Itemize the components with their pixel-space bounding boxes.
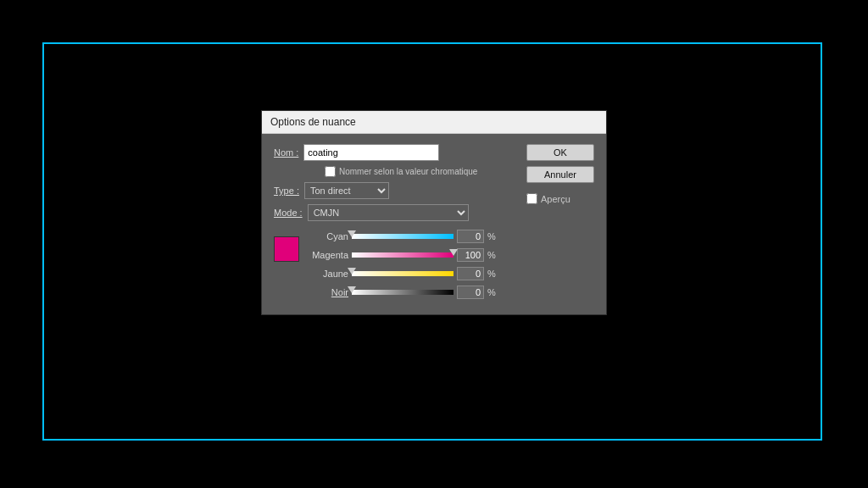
apercu-label: Aperçu [541,194,570,204]
magenta-label: Magenta [306,250,348,260]
nommer-label: Nommer selon la valeur chromatique [339,167,477,176]
apercu-row: Aperçu [526,193,594,204]
magenta-value[interactable] [457,248,484,262]
dialog-body: Nom : Nommer selon la valeur chromatique… [262,134,606,314]
cyan-row: Cyan % [306,230,518,243]
nom-label: Nom : [274,147,298,158]
noir-row: Noir % [306,286,518,299]
dialog-right: OK Annuler Aperçu [526,144,594,304]
dialog-titlebar: Options de nuance [262,111,606,134]
ok-button[interactable]: OK [526,144,594,161]
nom-input[interactable] [303,144,439,161]
noir-pct: % [487,287,496,297]
type-label: Type : [274,186,299,196]
noir-value[interactable] [457,286,484,299]
jaune-track [352,271,453,276]
magenta-thumb[interactable] [449,249,458,256]
apercu-checkbox[interactable] [526,193,537,204]
annuler-button[interactable]: Annuler [526,166,594,183]
dialog-title: Options de nuance [270,116,356,128]
cyan-pct: % [487,231,496,241]
type-select[interactable]: Ton direct Global [304,182,389,199]
color-swatch [274,236,299,262]
sliders-list: Cyan % Magenta % [306,230,518,304]
nommer-checkbox-row: Nommer selon la valeur chromatique [325,166,518,177]
magenta-pct: % [487,250,496,260]
type-row: Type : Ton direct Global [274,182,518,199]
mode-row: Mode : CMJN RVB Lab [274,204,518,221]
sliders-area: Cyan % Magenta % [274,230,518,304]
jaune-thumb[interactable] [348,268,356,274]
noir-label: Noir [306,287,348,297]
mode-label: Mode : [274,208,303,218]
cyan-value[interactable] [457,230,484,243]
mode-select[interactable]: CMJN RVB Lab [308,204,469,221]
noir-thumb[interactable] [348,286,356,293]
magenta-row: Magenta % [306,248,518,262]
jaune-pct: % [487,269,496,279]
dialog-left: Nom : Nommer selon la valeur chromatique… [274,144,518,304]
nom-row: Nom : [274,144,518,161]
nommer-checkbox[interactable] [325,166,336,177]
dialog-options-nuance: Options de nuance Nom : Nommer selon la … [261,110,607,315]
jaune-value[interactable] [457,267,484,280]
jaune-label: Jaune [306,269,348,279]
magenta-track [352,252,453,258]
jaune-row: Jaune % [306,267,518,280]
cyan-label: Cyan [306,231,348,241]
noir-track [352,290,453,295]
cyan-track [352,234,453,239]
cyan-thumb[interactable] [348,230,356,237]
